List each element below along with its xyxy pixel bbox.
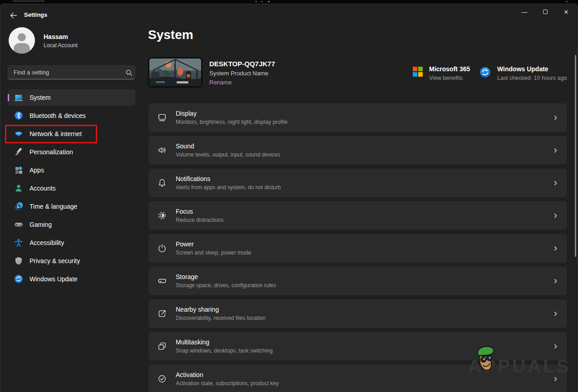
sidebar-item-time-language[interactable]: Time & language: [8, 198, 135, 215]
network-icon: [14, 129, 23, 138]
sidebar-item-gaming[interactable]: Gaming: [8, 216, 135, 233]
row-title: Activation: [176, 371, 279, 378]
sidebar-item-label: Personalization: [30, 148, 73, 156]
sidebar-item-label: Accounts: [30, 185, 56, 192]
microsoft-365-title: Microsoft 365: [429, 65, 470, 73]
user-account-type: Local Account: [44, 42, 78, 49]
settings-row-sound[interactable]: SoundVolume levels, output, input, sound…: [149, 136, 567, 164]
device-info: DESKTOP-QQ7JK77 System Product Name Rena…: [209, 60, 275, 86]
close-icon: ✕: [564, 9, 569, 15]
sidebar-item-label: System: [30, 94, 51, 101]
accessibility-icon: [14, 238, 23, 247]
sidebar-item-privacy-security[interactable]: Privacy & security: [8, 253, 135, 269]
storage-icon: [157, 276, 167, 286]
sidebar-item-bluetooth-devices[interactable]: Bluetooth & devices: [8, 108, 135, 124]
avatar[interactable]: [9, 27, 35, 54]
settings-row-focus[interactable]: FocusReduce distractions ›: [149, 201, 567, 230]
row-subtitle: Snap windows, desktops, task switching: [176, 348, 272, 354]
background-window-text-fragment: [13, 0, 44, 2]
page-title: System: [148, 28, 193, 42]
row-subtitle: Screen and sleep, power mode: [176, 250, 251, 256]
background-speck: [261, 1, 263, 2]
sidebar-item-label: Gaming: [30, 221, 52, 228]
sidebar-item-label: Bluetooth & devices: [30, 112, 86, 119]
row-subtitle: Volume levels, output, input, sound devi…: [176, 152, 280, 158]
row-title: Display: [176, 110, 287, 117]
chevron-right-icon: ›: [554, 341, 557, 351]
chevron-right-icon: ›: [554, 178, 557, 188]
settings-row-display[interactable]: DisplayMonitors, brightness, night light…: [149, 103, 567, 132]
sidebar-item-label: Apps: [30, 167, 44, 174]
rename-link[interactable]: Rename: [209, 79, 275, 86]
row-title: Multitasking: [176, 338, 272, 346]
back-arrow-icon: [10, 12, 17, 19]
window-title: Settings: [24, 11, 47, 18]
sidebar-item-label: Privacy & security: [30, 257, 80, 265]
row-subtitle: Activation state, subscriptions, product…: [176, 380, 279, 387]
time-language-icon: [14, 202, 23, 211]
privacy-security-icon: [14, 256, 23, 265]
row-subtitle: Discoverability, received files location: [176, 315, 266, 321]
selected-accent-pill: [8, 94, 9, 101]
sidebar-item-system[interactable]: System: [8, 89, 135, 106]
settings-row-notifications[interactable]: NotificationsAlerts from apps and system…: [149, 169, 567, 197]
appuals-mascot: [474, 345, 498, 377]
personalization-icon: [14, 147, 23, 157]
close-button[interactable]: ✕: [556, 4, 577, 20]
scrollbar-thumb[interactable]: [575, 55, 576, 257]
row-subtitle: Storage space, drives, configuration rul…: [176, 282, 276, 289]
row-subtitle: Alerts from apps and system, do not dist…: [176, 184, 281, 191]
windows-update-card[interactable]: Windows Update Last checked: 10 hours ag…: [479, 65, 567, 81]
settings-window: Settings — ✕ Hassam Local Account System: [0, 4, 578, 392]
activation-icon: [157, 374, 167, 384]
chevron-right-icon: ›: [554, 243, 557, 253]
settings-row-power[interactable]: PowerScreen and sleep, power mode ›: [149, 234, 567, 262]
notifications-icon: [157, 178, 167, 188]
microsoft-365-card[interactable]: Microsoft 365 View benefits: [413, 65, 470, 81]
sidebar-item-windows-update[interactable]: Windows Update: [8, 271, 135, 287]
search-box[interactable]: [8, 65, 135, 79]
minimize-icon: —: [522, 9, 528, 15]
user-name: Hassam: [44, 33, 78, 40]
windows-update-title: Windows Update: [497, 65, 567, 73]
row-title: Power: [176, 240, 251, 248]
back-button[interactable]: [8, 10, 20, 20]
maximize-icon: [543, 10, 548, 14]
user-block[interactable]: Hassam Local Account: [44, 33, 78, 49]
background-speck: [255, 1, 257, 2]
multitasking-icon: [157, 341, 167, 351]
sidebar-item-network-internet[interactable]: Network & internet: [8, 126, 135, 142]
microsoft-365-subtitle: View benefits: [429, 75, 470, 81]
chevron-right-icon: ›: [554, 211, 557, 220]
maximize-button[interactable]: [535, 4, 556, 20]
minimize-button[interactable]: —: [514, 4, 535, 20]
sidebar-item-label: Network & internet: [30, 130, 82, 137]
device-name: DESKTOP-QQ7JK77: [209, 60, 275, 68]
sidebar-item-personalization[interactable]: Personalization: [8, 144, 135, 160]
row-title: Sound: [176, 142, 280, 150]
sidebar-item-accessibility[interactable]: Accessibility: [8, 235, 135, 251]
window-controls: — ✕: [514, 4, 577, 20]
row-title: Storage: [176, 273, 276, 280]
windows-update-badge: [479, 67, 491, 78]
search-input[interactable]: [8, 69, 123, 76]
sidebar-item-apps[interactable]: Apps: [8, 162, 135, 178]
chevron-right-icon: ›: [554, 113, 557, 122]
sidebar-item-label: Time & language: [30, 203, 77, 210]
row-title: Focus: [176, 208, 223, 215]
accounts-icon: [14, 184, 23, 193]
apps-icon: [14, 166, 23, 175]
row-title: Notifications: [176, 175, 281, 182]
device-wallpaper-thumbnail: [148, 57, 203, 88]
display-icon: [157, 113, 167, 122]
row-title: Nearby sharing: [176, 306, 266, 313]
background-speck: [566, 1, 568, 2]
settings-row-storage[interactable]: StorageStorage space, drives, configurat…: [149, 267, 567, 295]
sidebar: System Bluetooth & devices Network & int…: [8, 89, 135, 289]
microsoft-logo: [413, 67, 423, 77]
windows-update-icon: [14, 274, 23, 284]
system-icon: [14, 93, 23, 102]
nearby-sharing-icon: [157, 309, 167, 318]
sidebar-item-accounts[interactable]: Accounts: [8, 180, 135, 196]
settings-row-nearby-sharing[interactable]: Nearby sharingDiscoverability, received …: [149, 299, 567, 328]
